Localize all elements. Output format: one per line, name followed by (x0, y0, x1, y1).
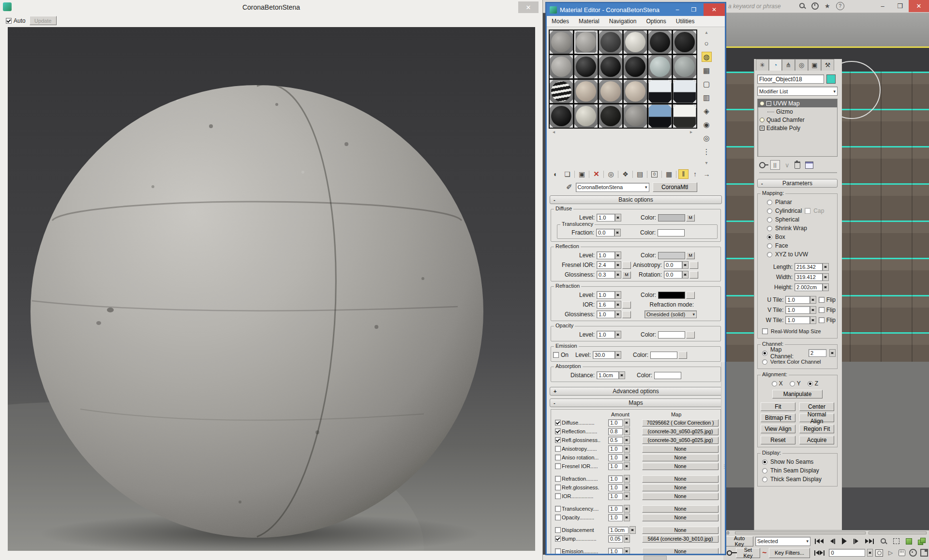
translucency-color-swatch[interactable] (658, 229, 685, 236)
emission-color-map-button[interactable] (678, 352, 687, 359)
map-enable-checkbox[interactable] (555, 463, 561, 469)
material-sample-slot[interactable] (673, 30, 696, 54)
map-slot-button[interactable]: (concrete-30_s050-g025.jpg) (642, 428, 719, 435)
opacity-level-spinner[interactable] (615, 331, 621, 339)
map-amount-field[interactable]: 1.0 (608, 463, 623, 470)
refraction-ior-field[interactable]: 1.6 (597, 301, 615, 309)
dimension-spinner[interactable] (823, 273, 829, 281)
translucency-fraction-field[interactable]: 0.0 (596, 229, 614, 236)
reflection-glossiness-field[interactable]: 0.3 (597, 271, 615, 279)
vertex-color-channel-radio[interactable] (762, 359, 767, 365)
advanced-options-rollout[interactable]: +Advanced options (550, 387, 722, 396)
tile-field[interactable]: 1.0 (785, 296, 810, 304)
refraction-glossiness-spinner[interactable] (615, 310, 621, 318)
select-by-material-icon[interactable]: ◉ (702, 119, 712, 130)
map-amount-spinner[interactable] (629, 526, 636, 534)
previous-frame-button[interactable] (828, 536, 838, 546)
diffuse-level-field[interactable]: 1.0 (597, 214, 615, 221)
track-bar[interactable]: 10 (723, 531, 929, 535)
anisotropy-map-button[interactable] (689, 262, 698, 269)
material-sample-slot[interactable] (624, 104, 647, 128)
tab-utilities[interactable]: ⚒ (821, 59, 834, 71)
cap-checkbox[interactable] (805, 208, 810, 214)
mapping-radio-xyz-to-uvw[interactable] (767, 252, 772, 257)
go-to-end-button[interactable] (863, 536, 876, 546)
put-to-library-icon[interactable]: ▤ (635, 169, 645, 179)
refraction-glossiness-field[interactable]: 1.0 (597, 310, 615, 318)
pick-material-eyedropper-icon[interactable]: ✐ (566, 183, 572, 192)
close-icon[interactable]: ✕ (704, 3, 725, 16)
diffuse-color-map-button[interactable]: M (686, 214, 695, 221)
make-preview-icon[interactable]: ◈ (702, 106, 712, 116)
map-amount-field[interactable]: 1.0 (608, 493, 623, 500)
display-radio[interactable] (762, 477, 767, 482)
tab-modify[interactable]: ◔ (769, 59, 782, 71)
map-amount-field[interactable]: 0.5 (608, 437, 623, 444)
assign-to-selection-icon[interactable]: ▣ (577, 169, 587, 179)
background-icon[interactable]: ▦ (702, 65, 712, 75)
map-enable-checkbox[interactable] (555, 506, 561, 512)
map-slot-button[interactable]: None (642, 454, 719, 461)
map-slot-button[interactable]: None (642, 493, 719, 500)
display-radio[interactable] (762, 468, 767, 473)
rotation-field[interactable]: 0.0 (664, 271, 682, 279)
tile-spinner[interactable] (810, 306, 816, 314)
material-sample-slot[interactable] (673, 104, 696, 128)
selection-set-dropdown[interactable]: Selected▾ (755, 537, 810, 546)
axis-radio-z[interactable] (808, 381, 813, 386)
axis-radio-x[interactable] (772, 381, 777, 386)
tile-spinner[interactable] (810, 316, 816, 324)
make-copy-icon[interactable]: ◎ (606, 169, 616, 179)
scroll-down-icon[interactable]: ▾ (705, 160, 707, 165)
reflection-color-swatch[interactable] (658, 252, 685, 259)
map-enable-checkbox[interactable] (555, 485, 561, 490)
map-enable-checkbox[interactable] (555, 437, 561, 443)
current-frame-field[interactable]: 0 (829, 549, 865, 557)
refraction-ior-map-button[interactable] (622, 301, 631, 309)
material-id-icon[interactable]: 0 (649, 169, 659, 179)
map-amount-field[interactable]: 1.0cm (608, 527, 629, 534)
scroll-up-icon[interactable]: ▴ (705, 29, 707, 35)
tab-hierarchy[interactable]: ⋔ (782, 59, 795, 71)
material-sample-slot[interactable] (574, 55, 598, 78)
emission-on-checkbox[interactable] (553, 352, 559, 358)
map-enable-checkbox[interactable] (555, 476, 561, 482)
material-name-dropdown[interactable]: CoronaBetonStena▾ (576, 183, 649, 192)
reset-button[interactable]: Reset (761, 436, 795, 444)
key-filters-button[interactable]: Key Filters... (769, 548, 810, 558)
material-editor-title-bar[interactable]: Material Editor - CoronaBetonStena – ❒ ✕ (547, 3, 725, 16)
map-enable-checkbox[interactable] (555, 493, 561, 499)
material-sample-slot[interactable] (648, 55, 672, 78)
diffuse-level-spinner[interactable] (615, 214, 621, 221)
menu-material[interactable]: Material (579, 18, 599, 25)
material-sample-slot[interactable] (550, 55, 573, 78)
absorption-distance-field[interactable]: 1.0cm (597, 371, 619, 379)
map-enable-checkbox[interactable] (555, 420, 561, 426)
map-slot-button[interactable]: 5664 (concrete-30_b010.jpg) (642, 535, 719, 543)
flip-checkbox[interactable] (819, 307, 824, 313)
normal-align-button[interactable]: Normal Align (799, 413, 834, 422)
axis-radio-y[interactable] (790, 381, 795, 386)
map-amount-spinner[interactable] (624, 475, 630, 483)
video-color-check-icon[interactable]: ▥ (702, 92, 712, 103)
search-icon[interactable] (799, 3, 806, 9)
preview-title-bar[interactable]: CoronaBetonStena ✕ (0, 0, 542, 15)
minimize-window-icon[interactable]: – (874, 0, 891, 12)
map-slot-button[interactable]: None (642, 463, 719, 470)
map-amount-spinner[interactable] (624, 547, 630, 555)
refraction-glossiness-map-button[interactable] (622, 311, 631, 318)
menu-modes[interactable]: Modes (552, 18, 569, 25)
flip-checkbox[interactable] (819, 297, 824, 303)
reflection-color-map-button[interactable]: M (686, 252, 695, 259)
mapping-radio-face[interactable] (767, 243, 772, 249)
map-amount-spinner[interactable] (624, 454, 630, 461)
flip-checkbox[interactable] (819, 317, 824, 323)
next-frame-button[interactable] (851, 536, 861, 546)
key-mode-toggle[interactable] (812, 548, 827, 558)
map-enable-checkbox[interactable] (555, 515, 561, 520)
map-channel-field[interactable]: 2 (809, 349, 826, 357)
map-amount-spinner[interactable] (624, 535, 630, 543)
map-amount-field[interactable]: 1.0 (608, 454, 623, 461)
make-unique-icon[interactable]: ∨ (785, 162, 790, 169)
material-sample-slot[interactable] (550, 30, 573, 54)
